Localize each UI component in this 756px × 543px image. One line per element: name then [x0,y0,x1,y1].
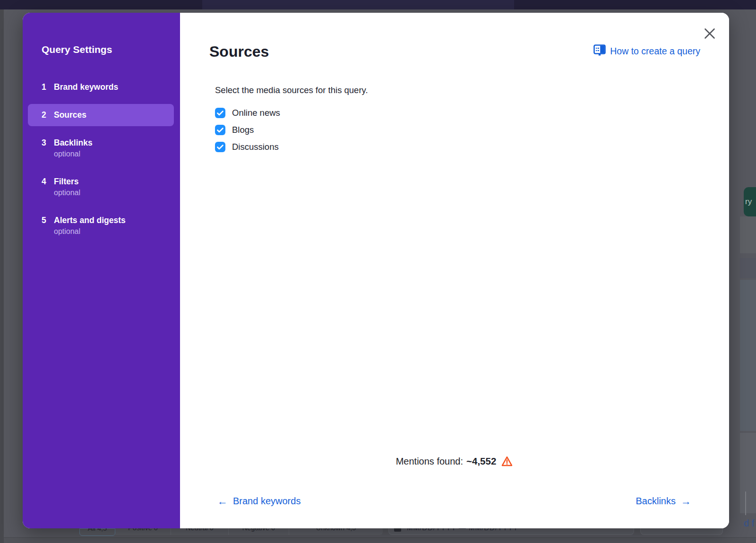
sources-checkbox-list: Online news Blogs Discussions [215,108,729,152]
background-area [4,538,756,543]
how-to-create-query-link[interactable]: How to create a query [593,44,700,58]
checkbox-row-blogs[interactable]: Blogs [215,125,729,135]
step-backlinks[interactable]: 3 Backlinks optional [28,132,174,165]
checkbox-row-discussions[interactable]: Discussions [215,142,729,152]
tab-neutral-dimmed: Neutral 0 [171,528,229,535]
optional-tag: optional [54,188,80,198]
background-divider [745,491,746,515]
step-filters[interactable]: 4 Filters optional [28,171,174,204]
steps-nav: 1 Brand keywords 2 Sources 3 Backlinks o… [28,76,174,242]
sidebar-title: Query Settings [42,43,174,55]
background-panel [740,258,756,278]
checkbox-row-online-news[interactable]: Online news [215,108,729,118]
query-settings-modal: Query Settings 1 Brand keywords 2 Source… [23,13,729,528]
step-sources[interactable]: 2 Sources [28,104,174,126]
screen: All 4,5 Positive 0 Neutral 0 Negative 0 … [0,0,756,543]
optional-tag: optional [54,227,126,236]
page-title: Sources [209,43,269,60]
browser-top-bar-segment [202,0,514,9]
step-alerts-digests[interactable]: 5 Alerts and digests optional [28,209,174,242]
book-icon [593,44,606,58]
checkbox-checked-icon[interactable] [215,125,225,135]
tab-unknown-dimmed: Unknown 4,5 [289,528,383,535]
back-brand-keywords-link[interactable]: ← Brand keywords [217,496,301,507]
date-range-picker-dimmed: MM/DD/YYYY — MM/DD/YYYY [388,528,634,535]
close-icon[interactable] [703,27,716,40]
arrow-right-icon: → [681,497,691,506]
tab-all-dimmed: All 4,5 [79,528,115,536]
optional-tag: optional [54,149,93,159]
background-panel [740,433,756,513]
app-left-edge [0,9,4,543]
mentions-found-status: Mentions found: ~4,552 [180,455,729,468]
content-header: Sources How to create a quer [209,13,700,60]
warning-icon [501,456,513,469]
checkbox-checked-icon[interactable] [215,108,225,118]
sources-description: Select the media sources for this query. [215,85,729,95]
modal-content: Sources How to create a quer [180,13,729,528]
browser-top-bar [0,0,756,9]
edit-query-button-dimmed: ry [744,187,756,216]
footer-navigation: ← Brand keywords Backlinks → [217,496,691,507]
arrow-left-icon: ← [217,497,228,506]
sentiment-tab-bar-dimmed: All 4,5 Positive 0 Neutral 0 Negative 0 … [79,528,383,535]
next-backlinks-link[interactable]: Backlinks → [636,496,691,507]
dropdown-dimmed [640,528,723,535]
tab-negative-dimmed: Negative 0 [229,528,289,535]
tab-positive-dimmed: Positive 0 [115,528,171,535]
background-panel [740,216,756,253]
how-to-create-query-label: How to create a query [610,46,700,57]
step-brand-keywords[interactable]: 1 Brand keywords [28,76,174,98]
checkbox-checked-icon[interactable] [215,142,225,152]
feedback-link-dimmed: d f [744,518,754,529]
background-panel [740,280,756,431]
query-settings-sidebar: Query Settings 1 Brand keywords 2 Source… [23,13,180,528]
